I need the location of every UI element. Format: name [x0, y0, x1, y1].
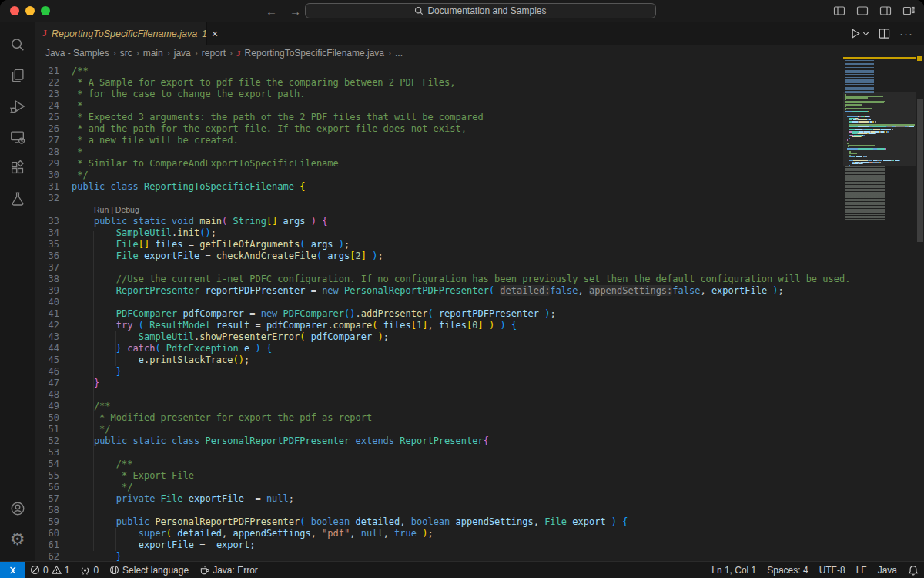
line-number: 27 [35, 135, 59, 146]
code-line: 33 public static void main( String[] arg… [35, 216, 924, 227]
bell-icon [908, 565, 919, 576]
command-center-search[interactable]: Documentation and Samples [305, 3, 656, 18]
settings-gear-icon[interactable]: ⚙ [0, 524, 35, 555]
breadcrumb-item[interactable]: ReportingToSpecificFilename.java [245, 48, 384, 59]
line-number: 26 [35, 123, 59, 135]
code-editor[interactable]: 21/**22 * A Sample for export to pdf fil… [35, 62, 924, 561]
forward-arrow-icon[interactable]: → [290, 5, 301, 18]
java-server-status[interactable]: Java: Error [194, 562, 263, 578]
indentation-setting[interactable]: Spaces: 4 [762, 562, 813, 578]
code-line: 42 try ( ResultModel result = pdfCompare… [35, 320, 924, 331]
code-line: 56 */ [35, 482, 924, 493]
breadcrumb[interactable]: Java - Samples›src›main›java›report›JRep… [35, 45, 924, 62]
back-arrow-icon[interactable]: ← [266, 5, 277, 18]
select-language-status[interactable]: Select language [104, 562, 194, 578]
code-text: */ [72, 424, 111, 435]
run-debug-view-icon[interactable] [0, 91, 35, 122]
code-text: * A Sample for export to pdf file the co… [72, 77, 456, 89]
toggle-panel-icon[interactable] [856, 5, 869, 17]
line-number: 44 [35, 343, 59, 355]
breadcrumb-separator-icon: › [388, 48, 391, 59]
line-number: 58 [35, 505, 59, 516]
line-number: 24 [35, 100, 59, 112]
code-line: 29 * Similar to CompareAndExportToSpecif… [35, 158, 924, 170]
code-line: 34 SampleUtil.init(); [35, 227, 924, 239]
line-number: 40 [35, 297, 59, 308]
line-number: 41 [35, 308, 59, 320]
account-icon[interactable] [0, 493, 35, 524]
warning-icon [52, 565, 62, 575]
line-number: 25 [35, 112, 59, 123]
minimap-warning-marker [843, 57, 916, 59]
overview-ruler-warning-marker [917, 56, 922, 61]
ports-status[interactable]: 0 [75, 562, 104, 578]
breadcrumb-item[interactable]: Java - Samples [45, 48, 109, 59]
run-java-button[interactable] [849, 28, 869, 39]
explorer-view-icon[interactable] [0, 60, 35, 91]
minimize-window-button[interactable] [25, 6, 35, 15]
code-line: 24 * [35, 100, 924, 112]
notifications-bell[interactable] [902, 562, 924, 578]
code-text: * [72, 100, 82, 112]
code-text: /** [72, 401, 111, 412]
code-text: * for the case to change the export path… [72, 89, 305, 100]
search-view-icon[interactable] [0, 29, 35, 60]
toggle-sidebar-left-icon[interactable] [833, 5, 845, 17]
search-label: Documentation and Samples [427, 5, 546, 16]
code-text: /** [72, 66, 89, 77]
testing-view-icon[interactable] [0, 183, 35, 214]
encoding-setting[interactable]: UTF-8 [814, 562, 851, 578]
code-line: 25 * Expected 3 arguments: the path of t… [35, 112, 924, 123]
code-text: * and the path for the export file. If t… [72, 123, 467, 135]
code-line: 54 /** [35, 459, 924, 470]
code-line: 26 * and the path for the export file. I… [35, 123, 924, 135]
code-line: 60 super( detailed, appendSettings, "pdf… [35, 528, 924, 539]
breadcrumb-item[interactable]: java [174, 48, 191, 59]
breadcrumb-item[interactable]: report [202, 48, 226, 59]
code-line: 22 * A Sample for export to pdf file the… [35, 77, 924, 89]
ports-count: 0 [93, 565, 99, 576]
zoom-window-button[interactable] [41, 6, 50, 15]
activity-bar: ⚙ [0, 22, 35, 561]
status-bar: 0 1 0 Select language Java: Error Ln 1, … [0, 561, 924, 578]
close-window-button[interactable] [10, 6, 19, 15]
line-number: 42 [35, 320, 59, 331]
problems-status[interactable]: 0 1 [25, 562, 75, 578]
vscode-window: ← → Documentation and Samples [0, 0, 924, 578]
split-editor-icon[interactable] [879, 28, 890, 39]
code-text: ReportPresenter reportPDFPresenter = new… [72, 285, 784, 297]
code-line: 45 e.printStackTrace(); [35, 355, 924, 366]
remote-indicator[interactable] [0, 562, 25, 578]
more-actions-icon[interactable]: ··· [899, 27, 913, 40]
breadcrumb-item[interactable]: src [120, 48, 132, 59]
line-number: 32 [35, 193, 59, 204]
codelens-debug-link[interactable]: Debug [116, 205, 139, 214]
code-line: 27 * a new file will be created. [35, 135, 924, 146]
globe-icon [109, 565, 119, 575]
line-number: 59 [35, 516, 59, 528]
customize-layout-icon[interactable] [902, 5, 915, 17]
code-line: 47 } [35, 378, 924, 389]
extensions-view-icon[interactable] [0, 153, 35, 183]
cursor-position[interactable]: Ln 1, Col 1 [706, 562, 762, 578]
breadcrumb-item[interactable]: ... [395, 48, 403, 59]
java-file-icon: J [236, 49, 241, 58]
line-number: 48 [35, 389, 59, 401]
code-line: 44 } catch( PdfcException e ) { [35, 343, 924, 355]
line-number: 56 [35, 482, 59, 493]
line-number: 31 [35, 181, 59, 193]
code-text: SampleUtil.showPresenterError( pdfCompar… [72, 331, 389, 343]
code-line: 35 File[] files = getFileOfArguments( ar… [35, 239, 924, 250]
line-number: 35 [35, 239, 59, 250]
codelens-run-link[interactable]: Run [94, 205, 109, 214]
breadcrumb-item[interactable]: main [143, 48, 163, 59]
line-number: 21 [35, 66, 59, 77]
codelens-row: Run | Debug [35, 204, 924, 216]
eol-setting[interactable]: LF [851, 562, 872, 578]
close-tab-icon[interactable]: × [212, 29, 218, 39]
toggle-sidebar-right-icon[interactable] [879, 5, 892, 17]
remote-explorer-view-icon[interactable] [0, 122, 35, 153]
language-mode[interactable]: Java [872, 562, 902, 578]
codelens-separator: | [109, 205, 116, 214]
tab-reporting-file[interactable]: J ReportingToSpecificFilename.java 1 × [35, 22, 207, 45]
